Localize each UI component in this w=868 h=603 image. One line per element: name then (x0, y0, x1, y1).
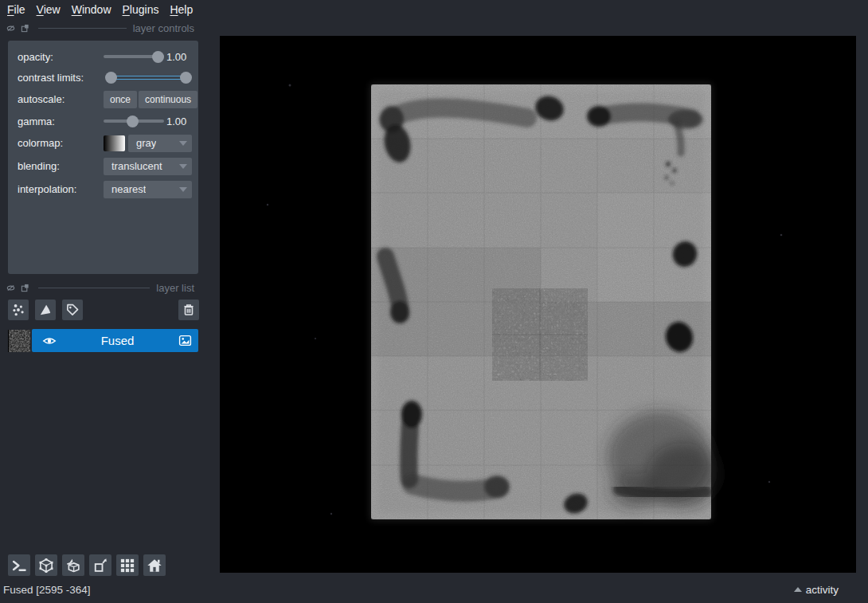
console-button[interactable] (8, 554, 30, 576)
points-icon (11, 303, 25, 317)
trash-icon (182, 303, 196, 317)
menu-help[interactable]: Help (170, 3, 193, 16)
chevron-down-icon (179, 187, 187, 192)
contrast-limits-label: contrast limits: (18, 72, 104, 84)
autoscale-once-button[interactable]: once (104, 91, 137, 108)
console-icon (11, 558, 27, 574)
activity-toggle[interactable]: activity (794, 584, 839, 596)
opacity-value[interactable]: 1.00 (166, 51, 192, 63)
layer-thumbnail (8, 330, 30, 352)
home-reset-view-button[interactable] (143, 554, 166, 576)
viewer-toolbar (8, 554, 205, 576)
delete-layer-button[interactable] (178, 300, 199, 320)
layer-name: Fused (57, 334, 178, 347)
new-points-layer-button[interactable] (8, 300, 29, 320)
layer-controls-titlebar: layer controls (0, 22, 205, 34)
transpose-icon (92, 558, 108, 574)
chevron-down-icon (179, 141, 187, 146)
opacity-slider-handle[interactable] (152, 51, 164, 63)
interpolation-value: nearest (111, 183, 146, 195)
contrast-high-handle[interactable] (180, 72, 192, 84)
autoscale-label: autoscale: (18, 93, 104, 105)
cube-3d-icon (38, 558, 54, 574)
autoscale-continuous-button[interactable]: continuous (139, 91, 197, 108)
gamma-value[interactable]: 1.00 (166, 116, 192, 127)
opacity-label: opacity: (18, 51, 104, 63)
layer-item-fused[interactable]: Fused (8, 329, 198, 352)
layer-controls-title: layer controls (133, 22, 194, 34)
status-bar: Fused [2595 -364] activity (0, 576, 868, 603)
gamma-label: gamma: (18, 116, 104, 127)
blending-row: blending: translucent (18, 156, 192, 176)
image-layer-icon (178, 334, 192, 347)
autoscale-row: autoscale: once continuous (18, 89, 192, 109)
blending-label: blending: (18, 160, 104, 172)
gamma-slider[interactable] (104, 115, 164, 127)
contrast-limits-slider[interactable] (104, 71, 193, 84)
dock-title-divider (38, 288, 150, 288)
hide-dock-icon[interactable] (6, 284, 15, 292)
hide-dock-icon[interactable] (6, 24, 15, 33)
layer-selected-area[interactable]: Fused (32, 329, 198, 352)
colormap-label: colormap: (18, 137, 104, 149)
blending-select[interactable]: translucent (104, 158, 192, 175)
chevron-up-icon (794, 587, 802, 592)
transpose-dimensions-button[interactable] (89, 554, 111, 576)
layer-controls-panel: opacity: 1.00 contrast limits: autoscal (8, 41, 198, 274)
colormap-value: gray (136, 137, 156, 149)
new-shapes-layer-button[interactable] (35, 300, 56, 320)
new-labels-layer-button[interactable] (62, 300, 83, 320)
activity-label: activity (806, 584, 839, 596)
menu-window[interactable]: Window (72, 3, 111, 16)
ndisplay-toggle-button[interactable] (35, 554, 57, 576)
menu-bar: File View Window Plugins Help (0, 0, 868, 19)
colormap-row: colormap: gray (18, 133, 192, 153)
layer-list-titlebar: layer list (0, 281, 205, 294)
labels-tag-icon (65, 303, 80, 317)
eye-visible-icon[interactable] (42, 334, 57, 348)
float-dock-icon[interactable] (21, 284, 29, 292)
fused-image-render (220, 36, 856, 573)
interpolation-label: interpolation: (18, 183, 104, 195)
menu-file[interactable]: File (7, 3, 25, 16)
roll-dimensions-button[interactable] (62, 554, 84, 576)
opacity-slider[interactable] (104, 50, 164, 63)
chevron-down-icon (179, 164, 187, 169)
blending-value: translucent (111, 160, 162, 172)
colormap-select[interactable]: gray (128, 135, 192, 152)
menu-plugins[interactable]: Plugins (123, 3, 159, 16)
left-dock: layer controls opacity: 1.00 contrast li… (0, 19, 205, 576)
dock-title-divider (38, 28, 127, 29)
viewer-canvas[interactable] (220, 36, 856, 573)
home-icon (147, 558, 162, 574)
gamma-slider-handle[interactable] (127, 116, 139, 127)
float-dock-icon[interactable] (21, 24, 29, 33)
interpolation-row: interpolation: nearest (18, 179, 192, 199)
grid-icon (119, 558, 135, 574)
grid-view-button[interactable] (116, 554, 139, 576)
status-coordinates: Fused [2595 -364] (3, 584, 91, 596)
layer-list-title: layer list (156, 282, 194, 294)
contrast-limits-row: contrast limits: (18, 69, 192, 86)
shapes-icon (38, 303, 53, 317)
contrast-low-handle[interactable] (105, 72, 117, 84)
menu-view[interactable]: View (37, 3, 61, 16)
interpolation-select[interactable]: nearest (104, 181, 192, 198)
gamma-row: gamma: 1.00 (18, 112, 192, 130)
opacity-row: opacity: 1.00 (18, 48, 192, 65)
colormap-gradient-swatch (104, 135, 125, 151)
layer-list-toolbar (8, 300, 199, 320)
roll-dims-icon (65, 558, 81, 574)
